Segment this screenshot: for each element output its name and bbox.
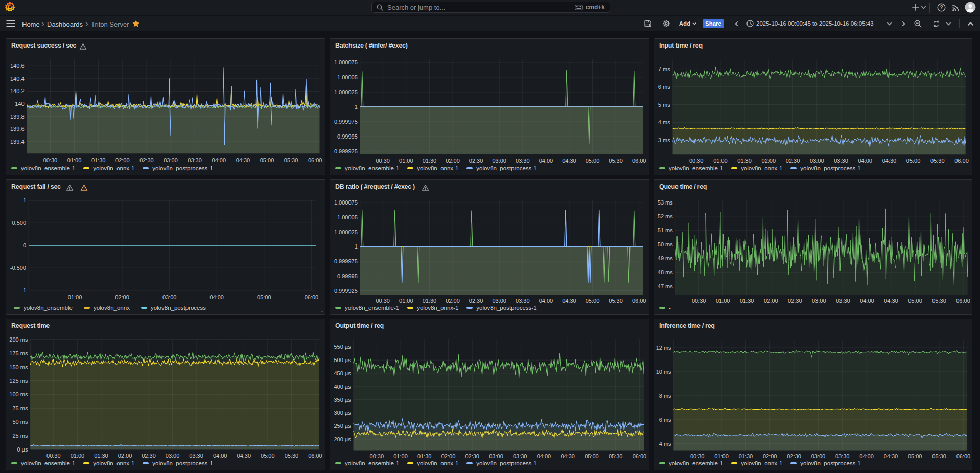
svg-text:06:00: 06:00 [305,294,319,300]
svg-text:02:00: 02:00 [763,453,777,459]
svg-text:03:00: 03:00 [164,157,178,163]
svg-text:25 ms: 25 ms [12,433,28,439]
svg-text:04:30: 04:30 [884,453,898,459]
svg-text:05:00: 05:00 [257,294,271,300]
svg-text:400 µs: 400 µs [334,384,351,390]
svg-text:02:30: 02:30 [787,453,801,459]
svg-text:200 ms: 200 ms [9,336,28,343]
svg-text:00:30: 00:30 [370,453,384,459]
svg-text:75 ms: 75 ms [12,405,28,411]
svg-text:02:30: 02:30 [469,157,483,164]
svg-text:03:30: 03:30 [516,297,530,303]
svg-text:49 ms: 49 ms [658,255,673,261]
svg-text:03:30: 03:30 [516,157,530,164]
svg-text:03:30: 03:30 [835,453,850,459]
svg-text:0.500: 0.500 [12,220,26,226]
svg-text:04:00: 04:00 [860,298,874,304]
svg-text:02:30: 02:30 [465,453,479,459]
svg-text:05:00: 05:00 [908,453,922,459]
svg-text:53 ms: 53 ms [658,199,673,205]
svg-text:550 µs: 550 µs [334,344,351,350]
svg-text:140: 140 [15,101,24,107]
svg-text:01:00: 01:00 [67,157,82,163]
svg-text:03:00: 03:00 [492,157,506,164]
svg-text:02:00: 02:00 [446,297,460,303]
svg-text:50 ms: 50 ms [12,419,28,425]
svg-text:01:00: 01:00 [393,453,408,459]
svg-text:1.000025: 1.000025 [334,229,358,235]
svg-text:04:30: 04:30 [561,453,575,459]
svg-text:04:30: 04:30 [884,298,898,304]
svg-text:0.99995: 0.99995 [337,133,358,140]
svg-text:02:30: 02:30 [786,157,800,164]
svg-text:6 ms: 6 ms [659,417,671,423]
svg-text:05:30: 05:30 [285,453,299,459]
svg-text:06:00: 06:00 [632,157,646,164]
svg-text:125 ms: 125 ms [9,378,28,384]
svg-text:1: 1 [355,243,358,250]
svg-text:05:00: 05:00 [586,157,600,164]
svg-text:5 ms: 5 ms [658,102,670,108]
svg-text:12 ms: 12 ms [656,345,671,351]
svg-text:01:00: 01:00 [71,453,85,459]
svg-text:05:30: 05:30 [609,297,623,303]
svg-text:01:30: 01:30 [737,157,752,164]
svg-text:47 ms: 47 ms [658,283,673,289]
svg-text:02:00: 02:00 [118,453,132,459]
svg-text:0.999925: 0.999925 [334,287,358,294]
svg-text:100 ms: 100 ms [9,391,28,397]
svg-text:00:30: 00:30 [376,157,390,164]
svg-text:00:30: 00:30 [46,453,61,459]
svg-text:05:00: 05:00 [261,453,275,459]
svg-text:02:00: 02:00 [446,157,460,164]
svg-text:02:00: 02:00 [762,157,776,164]
svg-text:05:30: 05:30 [609,157,623,164]
svg-text:1: 1 [355,104,358,110]
svg-text:06:00: 06:00 [633,453,647,459]
svg-text:04:30: 04:30 [562,297,576,303]
svg-text:05:00: 05:00 [906,157,921,164]
svg-text:04:30: 04:30 [236,157,250,163]
svg-text:00:30: 00:30 [43,157,58,163]
svg-text:01:30: 01:30 [417,453,432,459]
svg-text:03:30: 03:30 [188,157,202,163]
svg-text:175 ms: 175 ms [9,350,28,356]
svg-text:00:30: 00:30 [690,453,705,459]
svg-text:05:30: 05:30 [609,453,623,459]
svg-text:140.6: 140.6 [10,63,25,69]
svg-text:02:00: 02:00 [764,298,778,304]
svg-text:0 µs: 0 µs [17,446,28,453]
svg-text:05:30: 05:30 [284,157,298,163]
svg-text:1.000075: 1.000075 [334,199,358,205]
svg-text:06:00: 06:00 [308,453,322,459]
svg-text:140.4: 140.4 [10,76,25,82]
svg-text:0.999975: 0.999975 [334,258,358,264]
svg-text:01:00: 01:00 [68,294,82,300]
svg-text:500 µs: 500 µs [334,357,351,363]
svg-text:04:00: 04:00 [858,157,872,164]
svg-text:01:00: 01:00 [399,297,413,303]
svg-text:10 ms: 10 ms [656,369,671,375]
svg-text:05:30: 05:30 [932,453,946,459]
svg-text:139.6: 139.6 [10,126,25,132]
svg-text:6 ms: 6 ms [658,84,670,90]
svg-text:0: 0 [23,242,26,249]
svg-text:04:00: 04:00 [859,453,874,459]
svg-text:01:00: 01:00 [399,157,413,164]
svg-text:04:30: 04:30 [562,157,576,164]
svg-text:-0.500: -0.500 [10,265,26,271]
svg-text:02:30: 02:30 [142,453,156,459]
svg-text:03:00: 03:00 [492,297,506,303]
svg-text:03:00: 03:00 [810,157,824,164]
svg-text:?: ? [940,5,943,10]
svg-text:06:00: 06:00 [632,297,646,303]
svg-text:03:30: 03:30 [834,157,848,164]
svg-text:1.000025: 1.000025 [334,89,358,95]
svg-text:150 ms: 150 ms [9,364,28,370]
svg-text:1.000075: 1.000075 [334,59,358,65]
svg-text:02:30: 02:30 [139,157,154,163]
svg-text:04:30: 04:30 [882,157,897,164]
svg-text:4 ms: 4 ms [658,119,670,125]
svg-text:01:30: 01:30 [739,453,753,459]
svg-text:01:00: 01:00 [713,157,728,164]
